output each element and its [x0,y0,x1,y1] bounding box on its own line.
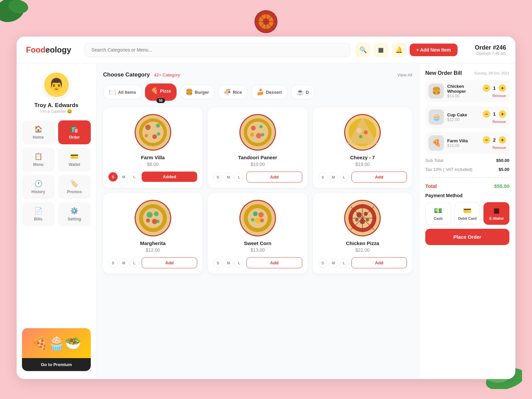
search-input[interactable] [84,43,350,57]
pay-cash[interactable]: 💵 Cash [425,202,451,225]
size-s-margherita[interactable]: S [108,258,118,268]
total-label: Total [425,183,437,189]
history-icon: 🕐 [34,180,43,188]
pay-debit-card[interactable]: 💳 Debit Card [455,202,480,225]
size-add-row-margherita: S M L Add [108,257,197,268]
qty-plus-farm-villa[interactable]: + [499,136,506,144]
size-l-margherita[interactable]: L [130,258,139,268]
pizza-badge: 56 [157,98,165,103]
size-s-chicken-pizza[interactable]: S [318,258,328,268]
total-row: Total $55.00 [425,183,509,189]
order-item-img-farm-villa: 🍕 [429,135,444,151]
food-image-chicken-pizza [344,200,381,236]
pizza-icon: 🍕 [151,87,158,94]
remove-chicken-whooper[interactable]: Remove [492,94,506,98]
food-price-farm-villa: $8.00 [147,162,159,167]
notification-button[interactable]: 🔔 [392,43,406,57]
rice-icon: 🍜 [223,88,231,96]
category-count: 42+ Category [154,72,180,77]
food-card-farm-villa: Farm Villa $8.00 S M L Added [103,107,202,188]
category-title-group: Choose Category 42+ Category [103,71,180,78]
remove-cup-cake[interactable]: Remove [492,120,506,124]
nav-menu-label: Menu [33,162,44,167]
qty-plus-cup-cake[interactable]: + [499,110,506,118]
pay-ewallet[interactable]: ▦ E-Wallet [483,202,509,225]
size-l-tandoori-paneer[interactable]: L [234,173,244,182]
add-button-tandoori-paneer[interactable]: Add [246,172,302,183]
qr-button[interactable]: ▦ [374,43,388,57]
nav-home[interactable]: 🏠 Home [22,120,55,144]
size-m-cheezy-7[interactable]: M [329,173,338,182]
place-order-button[interactable]: Place Order [425,229,509,245]
food-image-margherita [135,200,171,236]
svg-point-54 [355,218,358,221]
tab-burger[interactable]: 🍔 Burger [180,85,215,99]
size-add-row-sweet-corn: S M L Add [213,257,302,268]
size-m-chicken-pizza[interactable]: M [329,258,338,268]
svg-point-52 [364,212,368,216]
size-add-row-cheezy-7: S M L Add [318,172,407,183]
order-item-price-cup-cake: $12.00 [447,117,479,122]
size-m-sweet-corn[interactable]: M [224,258,233,268]
add-item-button[interactable]: + Add New Item [410,44,458,56]
nav-setting-label: Setting [67,217,81,221]
size-s-sweet-corn[interactable]: S [213,258,222,268]
tab-all-items-label: All Items [118,90,136,95]
svg-point-47 [260,218,264,222]
nav-history[interactable]: 🕐 History [22,175,55,199]
nav-menu[interactable]: 📋 Menu [22,148,55,172]
tab-rice[interactable]: 🍜 Rice [218,85,247,99]
tab-pizza[interactable]: 🍕 Pizza 56 [145,83,177,101]
size-s-tandoori-paneer[interactable]: S [213,173,222,182]
tab-all-items[interactable]: 🍽️ All Items [103,85,142,99]
nav-setting[interactable]: ⚙️ Setting [58,202,91,226]
added-button-farm-villa[interactable]: Added [142,172,197,182]
tab-drink[interactable]: ☕ D [291,85,315,99]
subtotal-value: $50.00 [496,158,509,163]
premium-button[interactable]: Go to Premium [22,358,91,371]
size-l-chicken-pizza[interactable]: L [339,258,349,268]
order-item-cup-cake: 🧁 Cup Cake $12.00 − 1 + Remove [425,106,509,128]
add-button-margherita[interactable]: Add [142,257,197,268]
view-all-button[interactable]: View All [397,72,412,77]
svg-point-34 [143,208,163,228]
qty-minus-farm-villa[interactable]: − [483,136,490,144]
nav-order[interactable]: 🛍️ Order [58,120,91,144]
add-button-chicken-pizza[interactable]: Add [351,257,407,268]
order-panel: New Order Bill Sunday, 28 Oct, 2021 🍔 Ch… [419,64,515,379]
size-m-farm-villa[interactable]: M [119,172,128,182]
size-btns-chicken-pizza: S M L [318,258,349,268]
size-m-margherita[interactable]: M [119,258,128,268]
order-item-info-chicken-whooper: Chicken Whooper $14.00 [447,84,479,98]
size-l-sweet-corn[interactable]: L [234,258,244,268]
size-l-farm-villa[interactable]: L [130,172,139,182]
nav-bills[interactable]: 📄 Bills [22,202,55,226]
size-m-tandoori-paneer[interactable]: M [224,173,233,182]
svg-point-46 [251,218,254,221]
order-panel-title: New Order Bill [425,70,462,76]
size-l-cheezy-7[interactable]: L [339,173,349,182]
tab-dessert[interactable]: 🍰 Dessert [251,85,288,99]
qty-plus-chicken-whooper[interactable]: + [499,84,506,92]
size-s-farm-villa[interactable]: S [108,172,118,182]
nav-promos[interactable]: 🏷️ Promos [58,175,91,199]
search-button[interactable]: 🔍 [356,43,370,57]
food-image-tandoori-paneer [239,114,276,151]
remove-farm-villa[interactable]: Remove [492,146,506,150]
main-content: Choose Category 42+ Category View All 🍽️… [96,64,419,379]
qty-minus-chicken-whooper[interactable]: − [483,84,490,92]
total-value: $55.00 [494,183,509,189]
order-item-price-chicken-whooper: $14.00 [447,94,479,98]
app-container: Foodeology 🔍 ▦ 🔔 + Add New Item Order #2… [17,37,515,379]
qty-minus-cup-cake[interactable]: − [483,110,490,118]
qty-row-cup-cake: − 1 + [483,110,506,118]
svg-point-39 [156,220,160,223]
size-btns-margherita: S M L [108,258,139,268]
add-button-cheezy-7[interactable]: Add [351,172,407,183]
order-item-price-farm-villa: $16.00 [447,143,479,148]
food-name-sweet-corn: Sweet Corn [244,240,272,246]
size-s-cheezy-7[interactable]: S [318,173,328,182]
add-button-sweet-corn[interactable]: Add [246,257,302,268]
nav-wallet[interactable]: 💳 Wallet [58,148,91,172]
qty-num-cup-cake: 1 [492,111,497,117]
